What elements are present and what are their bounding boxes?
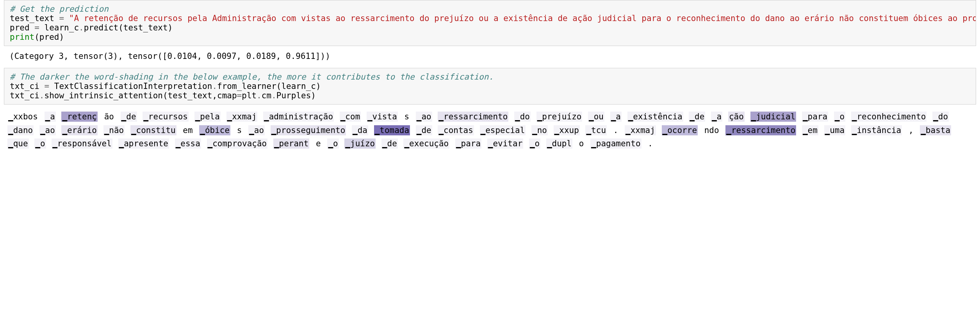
attention-token: ▁xxmaj (226, 112, 258, 122)
attention-token: s (403, 112, 410, 122)
attention-token: ▁reconhecimento (851, 112, 927, 122)
attention-token: ▁o (529, 138, 540, 149)
attention-token: ▁responsável (52, 138, 112, 149)
attention-token: ▁no (531, 125, 548, 135)
attention-token: ▁ao (248, 125, 265, 135)
attention-token: ▁dupl (546, 138, 572, 149)
attention-token: ▁constitu (130, 125, 176, 135)
attention-token: o (578, 138, 585, 149)
attention-token: ▁pela (194, 112, 221, 122)
attention-token: ▁de (381, 138, 398, 149)
code-cell-2[interactable]: # The darker the word-shading in the bel… (4, 68, 976, 105)
attention-token: ▁especial (480, 125, 526, 135)
attention-token-output: ▁xxbos ▁a ▁retenç ão ▁de ▁recursos ▁pela… (0, 107, 980, 154)
attention-token: ▁evitar (487, 138, 524, 149)
code-text: cm (262, 91, 271, 100)
attention-token: ▁instância (851, 125, 902, 135)
attention-token: ▁da (352, 125, 368, 135)
code-cell-1[interactable]: # Get the prediction test_text = "A rete… (4, 0, 976, 46)
code-text: txt_ci (10, 82, 45, 91)
attention-token: ndo (704, 125, 720, 135)
attention-token: ▁para (455, 138, 481, 149)
attention-token: ▁de (416, 125, 432, 135)
cell-output-1: (Category 3, tensor(3), tensor([0.0104, … (4, 48, 976, 68)
attention-token: ▁comprovação (207, 138, 268, 149)
attention-token: em (182, 125, 193, 135)
attention-token: ▁basta (920, 125, 951, 135)
attention-token: ▁óbice (199, 125, 230, 135)
code-op: = (45, 82, 50, 91)
attention-token: ▁essa (175, 138, 201, 149)
attention-token: ▁de (121, 112, 137, 122)
attention-token: . (613, 125, 619, 135)
attention-token: ▁perant (273, 138, 310, 149)
attention-token: ▁o (834, 112, 845, 122)
attention-token: ▁com (340, 112, 361, 122)
attention-token: ▁do (514, 112, 531, 122)
attention-token: ▁ou (588, 112, 604, 122)
code-string: "A retenção de recursos pela Administraç… (69, 14, 976, 23)
code-text: show_intrinsic_attention(test_text,cmap (45, 91, 237, 100)
attention-token: ▁recursos (143, 112, 189, 122)
attention-token: ▁em (802, 125, 818, 135)
attention-token: ▁tcu (585, 125, 607, 135)
attention-token: ▁ao (39, 125, 56, 135)
attention-token: ▁o (327, 138, 339, 149)
attention-token: ▁a (711, 112, 722, 122)
code-text (64, 14, 69, 23)
attention-token: ▁uma (824, 125, 846, 135)
code-comment: # Get the prediction (10, 4, 109, 14)
attention-token: ▁vista (367, 112, 398, 122)
attention-token: ▁prejuízo (536, 112, 583, 122)
attention-token: ▁xxbos (7, 112, 39, 122)
attention-token: ▁para (802, 112, 828, 122)
code-text: pred (10, 23, 34, 32)
attention-token: e (315, 138, 322, 149)
attention-token: ão (103, 112, 115, 122)
attention-token: ▁de (689, 112, 705, 122)
attention-token: ▁tomada (374, 125, 410, 135)
attention-token: ▁retenç (61, 112, 98, 122)
code-op: . (271, 91, 276, 100)
attention-token: ▁pagamento (590, 138, 641, 149)
attention-token: ▁apresente (118, 138, 169, 149)
code-op: . (212, 82, 217, 91)
code-op: . (79, 23, 84, 32)
attention-token: ▁que (7, 138, 29, 149)
attention-token: s (236, 125, 243, 135)
code-builtin: print (10, 32, 34, 42)
attention-token: ▁existência (627, 112, 683, 122)
code-text: plt (242, 91, 257, 100)
attention-token: ▁administração (263, 112, 334, 122)
code-comment: # The darker the word-shading in the bel… (10, 72, 494, 82)
code-text: (pred) (34, 32, 64, 42)
attention-token: ▁o (34, 138, 46, 149)
attention-token: ▁dano (7, 125, 34, 135)
code-op: = (59, 14, 64, 23)
code-text: predict(test_text) (84, 23, 173, 32)
attention-token: ▁a (610, 112, 622, 122)
attention-token: ▁a (45, 112, 56, 122)
code-op: = (34, 23, 39, 32)
attention-token: ▁execução (403, 138, 449, 149)
attention-token: , (908, 125, 914, 135)
attention-token: ▁ao (416, 112, 432, 122)
code-text: Purples) (276, 91, 316, 100)
attention-token: ▁contas (438, 125, 474, 135)
attention-token: ▁não (103, 125, 125, 135)
attention-token: ▁xxmaj (625, 125, 656, 135)
attention-token: ▁prosseguimento (271, 125, 346, 135)
attention-token: ▁do (932, 112, 949, 122)
attention-token: ção (728, 112, 745, 122)
attention-token: ▁judicial (750, 112, 796, 122)
code-text: test_text (10, 14, 59, 23)
code-text: learn_c (39, 23, 79, 32)
attention-token: ▁xxup (554, 125, 580, 135)
attention-token: ▁juízo (344, 138, 376, 149)
code-op: = (237, 91, 242, 100)
code-text: txt_ci (10, 91, 39, 100)
code-op: . (257, 91, 262, 100)
code-text: from_learner(learn_c) (217, 82, 321, 91)
attention-token: . (647, 138, 654, 149)
attention-token: ▁ressarcimento (725, 125, 796, 135)
